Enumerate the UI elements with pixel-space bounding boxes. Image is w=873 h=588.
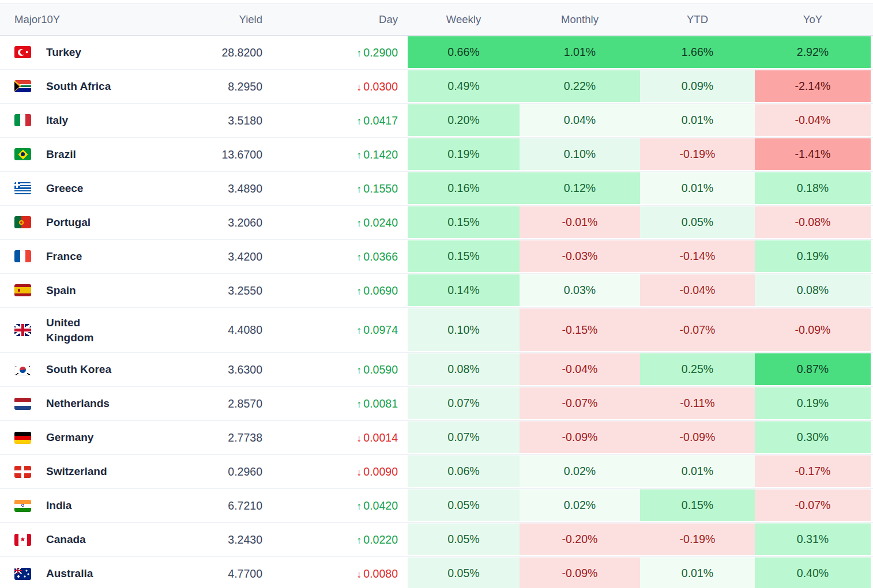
- yield-value: 3.2430: [179, 533, 262, 546]
- ytd-change-value: -0.04%: [640, 274, 755, 306]
- yield-value: 8.2950: [179, 80, 262, 93]
- yoy-heat-cell: -0.08%: [755, 206, 871, 239]
- monthly-heat-cell: 1.01%: [520, 36, 640, 69]
- day-change: ↑0.0420: [262, 499, 398, 512]
- country-name: India: [46, 498, 72, 513]
- column-header-ytd[interactable]: YTD: [640, 13, 755, 26]
- table-row[interactable]: France 3.4200 ↑0.0366 0.15%-0.03%-0.14%0…: [0, 240, 873, 274]
- monthly-heat-cell: -0.07%: [520, 387, 640, 420]
- country-name: Netherlands: [46, 396, 110, 411]
- day-change: ↑0.0590: [262, 363, 398, 376]
- weekly-change-value: 0.15%: [408, 240, 520, 272]
- monthly-heat-cell: 0.10%: [520, 138, 640, 171]
- up-arrow-icon: ↑: [356, 251, 362, 263]
- table-row[interactable]: South Africa 8.2950 ↓0.0300 0.49%0.22%0.…: [0, 70, 873, 104]
- down-arrow-icon: ↓: [356, 432, 362, 444]
- up-arrow-icon: ↑: [356, 217, 362, 229]
- weekly-heat-cell: 0.66%: [408, 36, 520, 69]
- up-arrow-icon: ↑: [356, 534, 362, 546]
- up-arrow-icon: ↑: [356, 47, 362, 59]
- up-arrow-icon: ↑: [356, 325, 362, 336]
- country-cell: Switzerland: [0, 457, 179, 487]
- up-arrow-icon: ↑: [356, 183, 362, 195]
- country-name: Canada: [46, 532, 86, 547]
- monthly-heat-cell: 0.22%: [520, 70, 640, 103]
- day-change: ↑0.0081: [262, 397, 398, 410]
- bond-yields-table: Major10Y Yield Day Weekly Monthly YTD Yo…: [0, 3, 873, 588]
- monthly-heat-cell: -0.01%: [520, 206, 640, 239]
- yoy-change-value: -0.08%: [755, 206, 871, 238]
- ytd-change-value: 0.01%: [640, 172, 755, 204]
- ytd-heat-cell: -0.04%: [640, 274, 755, 307]
- table-row[interactable]: South Korea 3.6300 ↑0.0590 0.08%-0.04%0.…: [0, 353, 873, 387]
- table-row[interactable]: Switzerland 0.2960 ↓0.0090 0.06%0.02%0.0…: [0, 455, 873, 489]
- monthly-heat-cell: -0.04%: [520, 353, 640, 386]
- table-row[interactable]: Brazil 13.6700 ↑0.1420 0.19%0.10%-0.19%-…: [0, 138, 873, 172]
- weekly-heat-cell: 0.19%: [408, 138, 520, 171]
- table-row[interactable]: Canada 3.2430 ↑0.0220 0.05%-0.20%-0.19%0…: [0, 523, 873, 557]
- weekly-heat-cell: 0.07%: [408, 421, 520, 454]
- ytd-heat-cell: 0.01%: [640, 172, 755, 205]
- table-row[interactable]: India 6.7210 ↑0.0420 0.05%0.02%0.15%-0.0…: [0, 489, 873, 523]
- day-change: ↑0.1550: [262, 182, 398, 195]
- monthly-change-value: -0.09%: [520, 421, 640, 453]
- country-name: Portugal: [46, 215, 91, 230]
- column-header-major10y[interactable]: Major10Y: [0, 13, 179, 26]
- yoy-change-value: 0.08%: [755, 274, 871, 306]
- yoy-change-value: 0.19%: [755, 240, 871, 272]
- country-cell: South Africa: [0, 71, 179, 101]
- column-header-yoy[interactable]: YoY: [755, 13, 871, 26]
- column-header-yield[interactable]: Yield: [179, 13, 262, 26]
- table-row[interactable]: Turkey 28.8200 ↑0.2900 0.66%1.01%1.66%2.…: [0, 36, 873, 70]
- table-row[interactable]: Italy 3.5180 ↑0.0417 0.20%0.04%0.01%-0.0…: [0, 104, 873, 138]
- country-cell: France: [0, 242, 179, 272]
- weekly-heat-cell: 0.10%: [408, 308, 520, 352]
- yoy-heat-cell: 0.08%: [755, 274, 871, 307]
- down-arrow-icon: ↓: [356, 81, 362, 93]
- yoy-heat-cell: -0.07%: [755, 489, 871, 522]
- monthly-change-value: 1.01%: [520, 36, 640, 68]
- table-row[interactable]: Australia 4.7700 ↓0.0080 0.05%-0.09%0.01…: [0, 557, 873, 588]
- column-header-day[interactable]: Day: [262, 13, 398, 26]
- day-change: ↑0.1420: [262, 148, 398, 161]
- country-name: Greece: [46, 181, 83, 196]
- table-row[interactable]: Greece 3.4890 ↑0.1550 0.16%0.12%0.01%0.1…: [0, 172, 873, 206]
- weekly-change-value: 0.19%: [408, 138, 520, 170]
- weekly-change-value: 0.07%: [408, 387, 520, 419]
- day-change: ↑0.0417: [262, 114, 398, 127]
- yoy-change-value: -0.04%: [755, 104, 871, 136]
- table-row[interactable]: Netherlands 2.8570 ↑0.0081 0.07%-0.07%-0…: [0, 387, 873, 421]
- weekly-heat-cell: 0.16%: [408, 172, 520, 205]
- country-cell: India: [0, 491, 179, 521]
- ytd-heat-cell: -0.19%: [640, 138, 755, 171]
- yield-value: 0.2960: [179, 465, 262, 478]
- flag-italy-icon: [14, 114, 31, 126]
- country-cell: United Kingdom: [0, 308, 179, 352]
- ytd-heat-cell: 0.09%: [640, 70, 755, 103]
- table-row[interactable]: United Kingdom 4.4080 ↑0.0974 0.10%-0.15…: [0, 308, 873, 353]
- up-arrow-icon: ↑: [356, 364, 362, 376]
- column-header-monthly[interactable]: Monthly: [520, 13, 640, 26]
- yield-value: 3.6300: [179, 363, 262, 376]
- table-row[interactable]: Portugal 3.2060 ↑0.0240 0.15%-0.01%0.05%…: [0, 206, 873, 240]
- weekly-change-value: 0.05%: [408, 523, 520, 555]
- yoy-change-value: -0.09%: [755, 308, 871, 351]
- monthly-change-value: -0.01%: [520, 206, 640, 238]
- monthly-heat-cell: 0.12%: [520, 172, 640, 205]
- monthly-heat-cell: -0.09%: [520, 557, 640, 588]
- table-row[interactable]: Spain 3.2550 ↑0.0690 0.14%0.03%-0.04%0.0…: [0, 274, 873, 308]
- weekly-change-value: 0.05%: [408, 557, 520, 588]
- yoy-heat-cell: 0.30%: [755, 421, 871, 454]
- yoy-heat-cell: -0.04%: [755, 104, 871, 137]
- day-change: ↓0.0300: [262, 80, 398, 93]
- yield-value: 2.8570: [179, 397, 262, 410]
- weekly-change-value: 0.06%: [408, 455, 520, 487]
- column-header-weekly[interactable]: Weekly: [408, 13, 520, 26]
- country-name: Germany: [46, 430, 93, 445]
- yoy-heat-cell: 2.92%: [755, 36, 871, 69]
- day-change: ↑0.0690: [262, 284, 398, 297]
- yoy-change-value: -2.14%: [755, 70, 871, 102]
- monthly-heat-cell: 0.02%: [520, 455, 640, 488]
- table-row[interactable]: Germany 2.7738 ↓0.0014 0.07%-0.09%-0.09%…: [0, 421, 873, 455]
- flag-france-icon: [14, 250, 31, 262]
